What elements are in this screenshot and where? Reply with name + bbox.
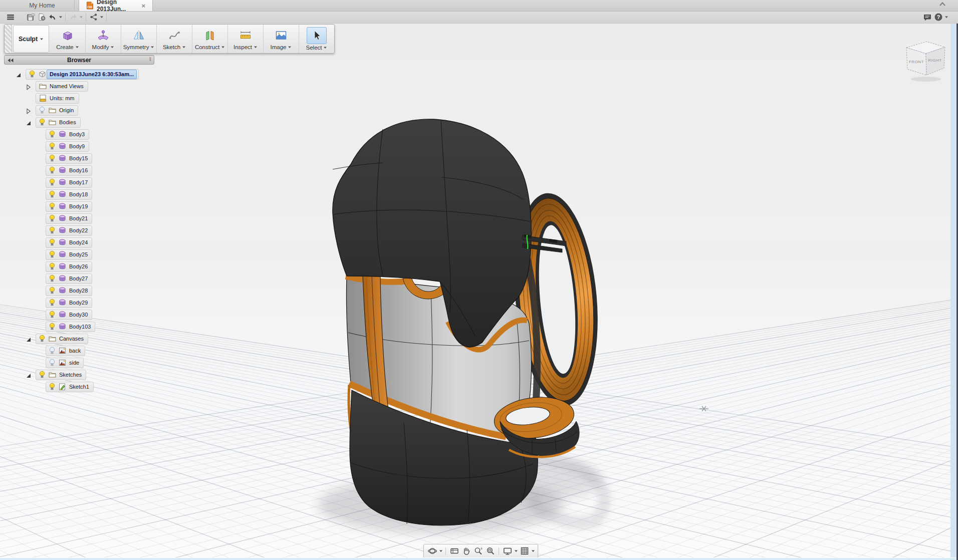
toolbar-menu-sketch[interactable]: Sketch (157, 25, 192, 53)
create-icon[interactable] (58, 28, 77, 44)
tree-item-label[interactable]: Sketches (59, 371, 82, 379)
redo-icon[interactable] (68, 12, 79, 22)
tree-row-body30[interactable]: Body30 (4, 309, 154, 321)
select-icon[interactable] (307, 27, 327, 44)
tree-item-label[interactable]: Body27 (69, 274, 88, 283)
visibility-bulb-on-icon[interactable] (49, 202, 56, 210)
tree-row-body9[interactable]: Body9 (4, 140, 154, 152)
tree-item-label[interactable]: Design 2013June23 6:30:53am... (47, 70, 137, 79)
visibility-bulb-on-icon[interactable] (49, 274, 56, 283)
collapse-ribbon-button[interactable] (938, 1, 947, 10)
tree-row-design-2013june23-6-30-53am[interactable]: Design 2013June23 6:30:53am... (4, 68, 154, 80)
tree-row-body25[interactable]: Body25 (4, 248, 154, 260)
visibility-bulb-on-icon[interactable] (49, 262, 56, 270)
tree-row-body28[interactable]: Body28 (4, 285, 154, 297)
look-at-icon[interactable] (448, 546, 460, 556)
browser-header[interactable]: Browser ‖ (4, 55, 154, 65)
modify-icon[interactable] (94, 28, 113, 44)
construct-icon[interactable] (200, 28, 219, 44)
share-caret-icon[interactable] (99, 12, 104, 22)
save-icon[interactable] (25, 12, 36, 22)
tree-row-body15[interactable]: Body15 (4, 152, 154, 164)
view-cube[interactable]: FRONT RIGHT (899, 35, 954, 83)
orbit-icon[interactable] (426, 546, 438, 556)
visibility-bulb-on-icon[interactable] (49, 142, 56, 150)
tree-item-label[interactable]: Body25 (69, 250, 88, 259)
grid-settings-icon[interactable] (519, 546, 530, 556)
tree-item-label[interactable]: Body26 (69, 262, 88, 271)
visibility-bulb-on-icon[interactable] (49, 383, 56, 391)
tree-item-label[interactable]: Origin (59, 106, 74, 115)
visibility-bulb-on-icon[interactable] (49, 323, 56, 331)
visibility-bulb-on-icon[interactable] (49, 190, 56, 198)
tree-item-label[interactable]: Body21 (69, 214, 88, 223)
visibility-bulb-on-icon[interactable] (49, 226, 56, 234)
tree-item-label[interactable]: Body9 (69, 142, 85, 151)
expander-collapsed-icon[interactable] (25, 83, 32, 90)
tree-row-body17[interactable]: Body17 (4, 176, 154, 188)
help-caret-icon[interactable] (944, 12, 949, 22)
tree-row-named-views[interactable]: Named Views (4, 80, 154, 92)
undo-caret-icon[interactable] (58, 12, 63, 22)
visibility-bulb-on-icon[interactable] (49, 130, 56, 138)
tree-item-label[interactable]: Units: mm (50, 94, 75, 103)
tree-item-label[interactable]: Bodies (59, 118, 76, 127)
fit-icon[interactable] (485, 546, 496, 556)
tree-row-sketches[interactable]: Sketches (4, 369, 154, 381)
share-icon[interactable] (88, 12, 99, 22)
expander-expanded-icon[interactable] (15, 71, 22, 78)
display-settings-caret-icon[interactable] (514, 546, 518, 556)
tab-my-home[interactable]: My Home (10, 0, 75, 11)
app-menu-icon[interactable] (5, 12, 16, 22)
double-chevron-left-icon[interactable] (7, 57, 14, 66)
redo-caret-icon[interactable] (79, 12, 84, 22)
grid-settings-caret-icon[interactable] (531, 546, 535, 556)
export-icon[interactable] (36, 12, 47, 22)
toolbar-menu-select[interactable]: Select (299, 25, 334, 53)
tree-row-body19[interactable]: Body19 (4, 200, 154, 212)
tree-item-label[interactable]: back (69, 347, 81, 355)
expander-expanded-icon[interactable] (25, 119, 32, 126)
toolbar-menu-construct[interactable]: Construct (192, 25, 228, 53)
visibility-bulb-off-icon[interactable] (49, 359, 56, 367)
visibility-bulb-on-icon[interactable] (49, 154, 56, 162)
tree-item-label[interactable]: Body29 (69, 299, 88, 307)
toolbar-menu-symmetry[interactable]: Symmetry (121, 25, 157, 53)
tree-item-label[interactable]: Body28 (69, 287, 88, 295)
pan-icon[interactable] (460, 546, 472, 556)
tree-item-label[interactable]: Body24 (69, 238, 88, 247)
tree-row-body24[interactable]: Body24 (4, 236, 154, 248)
sketch-icon[interactable] (165, 28, 184, 44)
tree-item-label[interactable]: Body103 (69, 323, 91, 331)
toolbar-menu-image[interactable]: Image (264, 25, 299, 53)
tree-row-body21[interactable]: Body21 (4, 212, 154, 224)
tree-row-side[interactable]: side (4, 357, 154, 369)
tree-item-label[interactable]: Sketch1 (69, 383, 89, 391)
visibility-bulb-on-icon[interactable] (39, 371, 46, 379)
tree-row-units-mm[interactable]: Units: mm (4, 92, 154, 104)
orbit-caret-icon[interactable] (438, 546, 443, 556)
tree-row-body27[interactable]: Body27 (4, 272, 154, 285)
sculpt-mode-button[interactable]: Sculpt (13, 25, 49, 53)
tree-item-label[interactable]: Body17 (69, 178, 88, 187)
tree-item-label[interactable]: Body15 (69, 154, 88, 163)
visibility-bulb-on-icon[interactable] (49, 178, 56, 186)
expander-expanded-icon[interactable] (25, 372, 32, 378)
tree-item-label[interactable]: Canvases (59, 335, 84, 343)
inspect-icon[interactable] (236, 28, 255, 44)
tree-item-label[interactable]: side (69, 359, 79, 367)
tree-item-label[interactable]: Body18 (69, 190, 88, 199)
visibility-bulb-on-icon[interactable] (49, 287, 56, 295)
visibility-bulb-off-icon[interactable] (39, 106, 46, 114)
toolbar-menu-inspect[interactable]: Inspect (228, 25, 264, 53)
symmetry-icon[interactable] (129, 28, 148, 44)
toolbar-menu-modify[interactable]: Modify (86, 25, 121, 53)
expander-expanded-icon[interactable] (25, 336, 32, 342)
tab-design[interactable]: F3DDesign 2013Jun...× (79, 0, 153, 11)
tree-item-label[interactable]: Body16 (69, 166, 88, 175)
display-settings-icon[interactable] (502, 546, 513, 556)
image-icon[interactable] (272, 28, 291, 44)
tree-item-label[interactable]: Body22 (69, 226, 88, 235)
tree-row-canvases[interactable]: Canvases (4, 333, 154, 345)
visibility-bulb-on-icon[interactable] (49, 238, 56, 246)
